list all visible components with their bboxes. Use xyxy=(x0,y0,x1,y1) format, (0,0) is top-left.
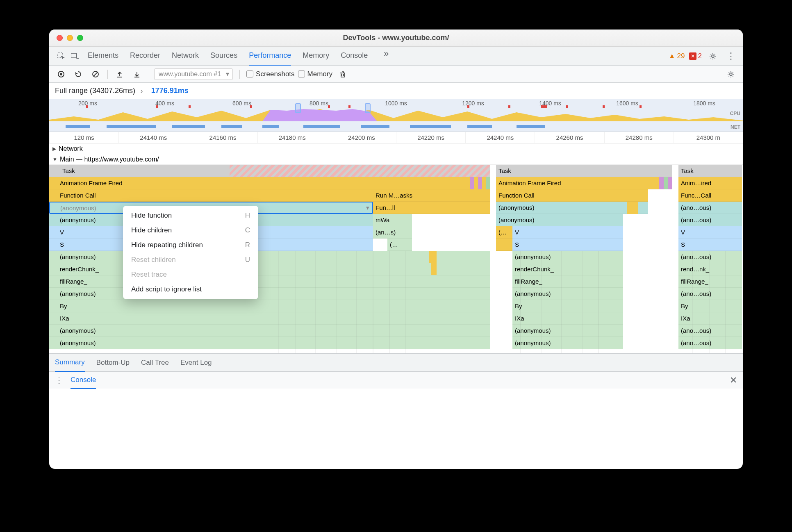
flame-col-1: Task Animation Frame Fired Function Call… xyxy=(49,165,490,353)
tab-elements[interactable]: Elements xyxy=(88,47,118,66)
cpu-overview xyxy=(49,108,743,121)
flame-row-anon3[interactable]: (ano…ous) xyxy=(678,251,742,263)
flame-row-anon2[interactable]: (ano…ous) xyxy=(678,214,742,226)
overview-handle-left[interactable] xyxy=(295,103,301,113)
traffic-zoom[interactable] xyxy=(77,35,83,41)
timeline-overview[interactable]: 200 ms400 ms600 ms800 ms1000 ms1200 ms14… xyxy=(49,99,743,132)
main-section-header[interactable]: ▼Main — https://www.youtube.com/ xyxy=(49,154,743,165)
record-icon[interactable] xyxy=(54,67,68,81)
flame-task[interactable]: Task xyxy=(49,165,490,177)
ctx-hide-children[interactable]: Hide childrenC xyxy=(123,223,258,238)
flame-row-anon2[interactable]: (anonymous) mWa xyxy=(49,214,490,226)
flame-row-fillrange[interactable]: fillRange_ xyxy=(512,275,623,288)
more-tabs-icon[interactable]: » xyxy=(379,47,393,61)
console-drawer[interactable]: ⋮ Console ✕ xyxy=(49,371,743,389)
flame-row-by[interactable]: By xyxy=(512,300,623,312)
flame-row-fillrange[interactable]: fillRange_ xyxy=(678,275,742,288)
flame-row-ixa[interactable]: IXa xyxy=(49,312,490,325)
tab-network[interactable]: Network xyxy=(172,47,199,66)
network-section-header[interactable]: ▶Network xyxy=(49,143,743,154)
svg-point-8 xyxy=(730,73,732,75)
profile-selector[interactable]: www.youtube.com #1 xyxy=(154,68,233,80)
flame-chart[interactable]: Task Animation Frame Fired Function Call… xyxy=(49,165,743,353)
memory-checkbox[interactable]: Memory xyxy=(298,70,332,78)
flame-row-renderchunk[interactable]: renderChunk_ xyxy=(49,263,490,275)
gc-icon[interactable] xyxy=(336,67,350,81)
clear-icon[interactable] xyxy=(89,67,102,81)
flame-row-v[interactable]: (… V xyxy=(496,226,672,239)
download-icon[interactable] xyxy=(130,67,144,81)
detail-tab-summary[interactable]: Summary xyxy=(55,354,85,372)
svg-rect-2 xyxy=(77,53,79,59)
kebab-icon[interactable]: ⋮ xyxy=(724,49,738,63)
detail-tab-event-log[interactable]: Event Log xyxy=(180,359,212,367)
detail-tab-bottom-up[interactable]: Bottom-Up xyxy=(96,359,130,367)
ctx-add-script-to-ignore-list[interactable]: Add script to ignore list xyxy=(123,282,258,297)
errors-badge[interactable]: ✕ 2 xyxy=(689,52,702,60)
flame-task[interactable]: Task xyxy=(678,165,742,177)
capture-settings-icon[interactable] xyxy=(724,67,738,81)
flame-row-renderchunk[interactable]: renderChunk_ xyxy=(512,263,623,275)
flame-row-v[interactable]: V xyxy=(678,226,742,239)
upload-icon[interactable] xyxy=(113,67,127,81)
svg-line-7 xyxy=(93,72,98,76)
flame-row-anon1[interactable]: (ano…ous) xyxy=(678,202,742,214)
flame-row-anon5[interactable]: (ano…ous) xyxy=(678,325,742,337)
reload-icon[interactable] xyxy=(71,67,85,81)
flame-row-by[interactable]: By xyxy=(678,300,742,312)
breadcrumb-full-range[interactable]: Full range (34307.26ms) xyxy=(55,86,135,95)
inspect-icon[interactable] xyxy=(54,49,68,63)
warnings-badge[interactable]: ▲ 29 xyxy=(669,52,685,60)
flame-row-s[interactable]: S xyxy=(678,239,742,251)
traffic-minimize[interactable] xyxy=(67,35,73,41)
traffic-close[interactable] xyxy=(57,35,63,41)
flame-row-s[interactable]: S xyxy=(496,239,672,251)
flame-row-ixa[interactable]: IXa xyxy=(512,312,623,325)
device-icon[interactable] xyxy=(68,49,82,63)
tab-console[interactable]: Console xyxy=(341,47,368,66)
flame-row-aff[interactable]: Anim…ired xyxy=(678,177,742,189)
flame-row-fillrange[interactable]: fillRange_ xyxy=(49,275,490,288)
flame-row-anon4[interactable]: (ano…ous) xyxy=(678,288,742,300)
flame-row-aff[interactable]: Animation Frame Fired xyxy=(49,177,490,189)
flame-row-s[interactable]: S (… xyxy=(49,239,490,251)
flame-row-ixa[interactable]: IXa xyxy=(678,312,742,325)
ctx-hide-repeating-children[interactable]: Hide repeating childrenR xyxy=(123,238,258,252)
flame-row-fc[interactable]: Function Call xyxy=(496,189,648,202)
flame-task[interactable]: Task xyxy=(496,165,672,177)
overview-handle-right[interactable] xyxy=(365,103,371,113)
tab-performance[interactable]: Performance xyxy=(249,47,291,66)
flame-row-anon4[interactable]: (anonymous) xyxy=(512,288,623,300)
flame-row-v[interactable]: V (an…s) xyxy=(49,226,490,239)
flame-row-anon6[interactable]: (anonymous) xyxy=(49,337,490,349)
breadcrumb-current-range[interactable]: 1776.91ms xyxy=(151,86,189,95)
flame-row-renderchunk[interactable]: rend…nk_ xyxy=(678,263,742,275)
flame-row-anon1[interactable]: (anonymous) Fun…ll xyxy=(49,202,490,214)
drawer-kebab-icon[interactable]: ⋮ xyxy=(55,375,63,385)
close-drawer-icon[interactable]: ✕ xyxy=(730,375,737,386)
flame-row-anon6[interactable]: (ano…ous) xyxy=(678,337,742,349)
tab-memory[interactable]: Memory xyxy=(303,47,329,66)
flame-row-fc[interactable]: Func…Call xyxy=(678,189,742,202)
flame-row-anon6[interactable]: (anonymous) xyxy=(512,337,623,349)
flame-row-anon5[interactable]: (anonymous) xyxy=(512,325,623,337)
flame-row-fc[interactable]: Function Call Run M…asks xyxy=(49,189,490,202)
flame-row-anon3[interactable]: (anonymous) xyxy=(49,251,490,263)
flame-row-by[interactable]: By xyxy=(49,300,490,312)
time-ruler[interactable]: 120 ms24140 ms24160 ms24180 ms24200 ms24… xyxy=(49,132,743,143)
flame-row-anon2[interactable]: (anonymous) xyxy=(496,214,623,226)
tab-recorder[interactable]: Recorder xyxy=(130,47,160,66)
tab-sources[interactable]: Sources xyxy=(210,47,237,66)
screenshots-checkbox[interactable]: Screenshots xyxy=(246,70,295,78)
net-overview xyxy=(49,125,743,128)
main-tabbar: Elements Recorder Network Sources Perfor… xyxy=(49,47,743,66)
ctx-hide-function[interactable]: Hide functionH xyxy=(123,208,258,223)
warning-count: 29 xyxy=(677,52,685,60)
flame-row-anon5[interactable]: (anonymous) xyxy=(49,325,490,337)
flame-row-anon1[interactable]: (anonymous) xyxy=(496,202,672,214)
flame-row-anon3[interactable]: (anonymous) xyxy=(512,251,623,263)
flame-row-aff[interactable]: Animation Frame Fired xyxy=(496,177,672,189)
settings-icon[interactable] xyxy=(706,49,720,63)
flame-row-anon4[interactable]: (anonymous) xyxy=(49,288,490,300)
detail-tab-call-tree[interactable]: Call Tree xyxy=(141,359,169,367)
